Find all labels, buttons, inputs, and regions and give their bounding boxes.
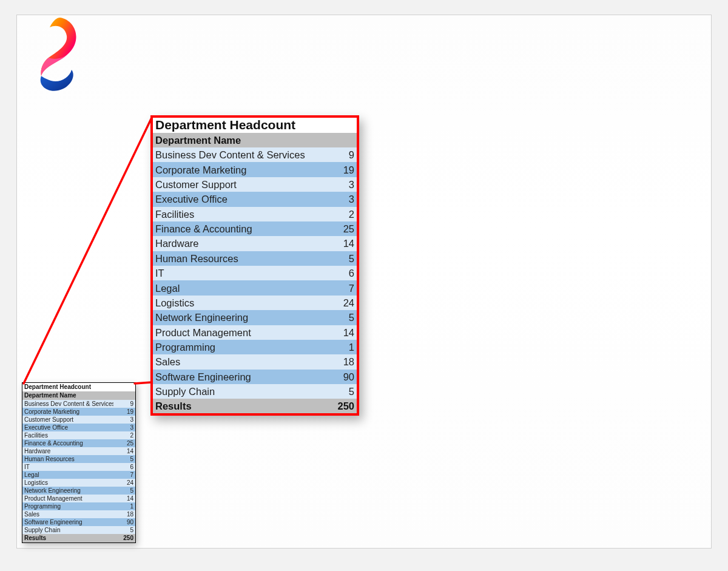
table-row: Logistics24 xyxy=(153,296,357,310)
dept-value: 1 xyxy=(323,340,357,354)
dept-name: Business Dev Content & Services xyxy=(153,147,323,162)
dept-value: 19 xyxy=(113,408,135,416)
dept-value: 9 xyxy=(113,400,135,408)
dept-name: Sales xyxy=(22,510,113,518)
dept-value: 3 xyxy=(113,424,135,431)
dept-value: 14 xyxy=(113,447,135,455)
dept-name: Corporate Marketing xyxy=(153,162,323,177)
results-row: Results 250 xyxy=(22,534,135,542)
table-header-label: Department Name xyxy=(22,391,135,400)
dept-name: Human Resources xyxy=(22,455,113,463)
dept-name: Executive Office xyxy=(22,424,113,431)
table-row: IT6 xyxy=(22,463,135,471)
table-row: Customer Support3 xyxy=(22,416,135,424)
dept-value: 24 xyxy=(113,479,135,487)
dept-value: 90 xyxy=(323,370,357,384)
guide-line-top xyxy=(17,55,711,56)
dept-value: 5 xyxy=(113,526,135,534)
table-row: Legal7 xyxy=(153,280,357,295)
dept-name: Supply Chain xyxy=(153,384,323,399)
table-title-row: Department Headcount xyxy=(153,118,357,133)
dept-value: 18 xyxy=(323,354,357,369)
dept-value: 5 xyxy=(113,455,135,463)
dept-value: 9 xyxy=(323,147,357,162)
dept-name: Human Resources xyxy=(153,251,323,266)
dept-name: IT xyxy=(22,463,113,471)
dept-name: IT xyxy=(153,266,323,280)
table-row: Facilities2 xyxy=(22,431,135,439)
table-row: Software Engineering90 xyxy=(22,518,135,526)
table-row: Customer Support3 xyxy=(153,177,357,192)
dept-name: Hardware xyxy=(22,447,113,455)
brand-logo-icon xyxy=(27,15,81,94)
table-header-row: Department Name xyxy=(153,133,357,147)
dept-name: Finance & Accounting xyxy=(22,439,113,447)
dept-name: Facilities xyxy=(153,207,323,221)
dept-value: 1 xyxy=(113,502,135,510)
dept-name: Software Engineering xyxy=(153,370,323,384)
dept-name: Legal xyxy=(22,471,113,479)
zoom-table: Department Headcount Department Name Bus… xyxy=(153,118,357,413)
dept-name: Legal xyxy=(153,280,323,295)
dept-name: Logistics xyxy=(22,479,113,487)
table-row: Legal7 xyxy=(22,471,135,479)
dept-name: Corporate Marketing xyxy=(22,408,113,416)
table-row: Hardware14 xyxy=(22,447,135,455)
table-row: Software Engineering90 xyxy=(153,370,357,384)
table-row: Product Management14 xyxy=(153,325,357,340)
table-row: IT6 xyxy=(153,266,357,280)
thumb-table: Department Headcount Department Name Bus… xyxy=(22,383,135,542)
results-label: Results xyxy=(153,399,323,413)
table-row: Programming1 xyxy=(153,340,357,354)
dept-name: Programming xyxy=(22,502,113,510)
table-row: Logistics24 xyxy=(22,479,135,487)
dept-name: Supply Chain xyxy=(22,526,113,534)
dept-value: 7 xyxy=(113,471,135,479)
dept-name: Software Engineering xyxy=(22,518,113,526)
table-row: Supply Chain5 xyxy=(153,384,357,399)
table-header-row: Department Name xyxy=(22,391,135,400)
dept-name: Customer Support xyxy=(153,177,323,192)
dept-name: Executive Office xyxy=(153,192,323,206)
table-row: Executive Office3 xyxy=(153,192,357,206)
dept-value: 24 xyxy=(323,296,357,310)
dept-name: Hardware xyxy=(153,236,323,251)
table-row: Programming1 xyxy=(22,502,135,510)
dept-value: 18 xyxy=(113,510,135,518)
dept-value: 2 xyxy=(113,431,135,439)
dept-value: 3 xyxy=(113,416,135,424)
table-title: Department Headcount xyxy=(153,118,323,133)
table-row: Sales18 xyxy=(153,354,357,369)
dept-value: 5 xyxy=(323,310,357,325)
table-title-spacer xyxy=(113,383,135,391)
table-row: Network Engineering5 xyxy=(153,310,357,325)
table-header-label: Department Name xyxy=(153,133,357,147)
dept-value: 19 xyxy=(323,162,357,177)
dept-value: 3 xyxy=(323,192,357,206)
dept-name: Finance & Accounting xyxy=(153,221,323,236)
table-row: Finance & Accounting25 xyxy=(22,439,135,447)
table-row: Hardware14 xyxy=(153,236,357,251)
table-row: Supply Chain5 xyxy=(22,526,135,534)
dept-name: Customer Support xyxy=(22,416,113,424)
dept-value: 5 xyxy=(113,487,135,495)
headcount-table-zoom: Department Headcount Department Name Bus… xyxy=(150,115,359,416)
dept-value: 25 xyxy=(113,439,135,447)
results-total: 250 xyxy=(113,534,135,542)
dept-value: 2 xyxy=(323,207,357,221)
results-label: Results xyxy=(22,534,113,542)
dept-value: 5 xyxy=(323,251,357,266)
dept-name: Facilities xyxy=(22,431,113,439)
table-row: Executive Office3 xyxy=(22,424,135,431)
table-row: Corporate Marketing19 xyxy=(153,162,357,177)
table-row: Facilities2 xyxy=(153,207,357,221)
table-row: Sales18 xyxy=(22,510,135,518)
dept-name: Network Engineering xyxy=(153,310,323,325)
table-row: Business Dev Content & Services9 xyxy=(153,147,357,162)
dept-name: Programming xyxy=(153,340,323,354)
dept-name: Product Management xyxy=(153,325,323,340)
dept-name: Sales xyxy=(153,354,323,369)
table-title: Department Headcount xyxy=(22,383,113,391)
table-row: Business Dev Content & Services9 xyxy=(22,400,135,408)
dept-name: Product Management xyxy=(22,495,113,502)
